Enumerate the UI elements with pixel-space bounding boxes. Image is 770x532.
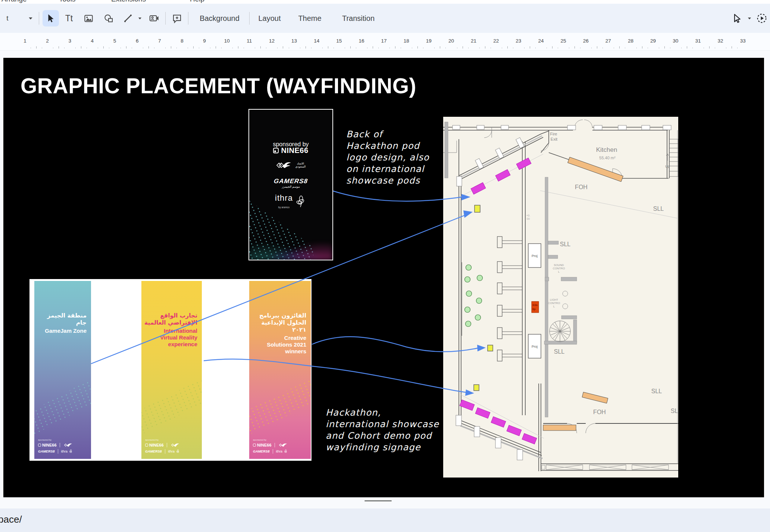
menu-arrange[interactable]: Arrange (1, 0, 27, 3)
ruler-tick (266, 47, 266, 48)
kitchen-label: Kitchen (596, 146, 617, 153)
shape-icon (104, 13, 114, 24)
ruler-tick (238, 46, 238, 48)
ruler-tick (401, 47, 401, 48)
poster-glow (249, 211, 332, 260)
ruler-tick (31, 47, 31, 48)
slide-title[interactable]: GRAPHIC PLACEMENT (WAYFINDING) (21, 73, 416, 98)
dashed-circle-play-icon (756, 13, 767, 24)
insert-line-button[interactable] (120, 4, 136, 33)
ruler-tick (502, 47, 502, 48)
banner1-arabic: منطقة الجيمز جام (37, 312, 87, 326)
horizontal-ruler[interactable]: 1234567891011121314151617181920212223242… (0, 33, 770, 51)
ruler-number: 14 (314, 38, 319, 44)
ruler-number: 9 (203, 38, 206, 44)
ruler-tick (704, 47, 704, 48)
insert-image-button[interactable] (80, 4, 97, 33)
menu-help[interactable]: Help (190, 0, 204, 3)
zoom-caret-icon[interactable] (26, 4, 35, 33)
ruler-tick (59, 46, 59, 48)
ruler-tick (193, 46, 194, 48)
ruler-tick (165, 47, 166, 48)
pointer-mode-button[interactable] (730, 4, 745, 33)
banner3-logos: sponsored by NINE66 GAMERS8 ithra (253, 439, 308, 454)
annotation-wayfinding-signage[interactable]: Hackathon, international showcase and Co… (326, 407, 439, 453)
ruler-tick (636, 47, 637, 48)
line-icon (123, 13, 133, 23)
proj-label-bottom: Proj (532, 345, 538, 348)
ruler-tick (244, 47, 244, 48)
ruler-tick (547, 47, 547, 48)
ruler-tick (648, 47, 648, 48)
kitchen-area-label: 55.40 m² (599, 156, 616, 160)
ruler-number: 17 (381, 38, 387, 44)
banner3-arabic: الفائزون ببرنامج الحلول الإبداعية ٢٠٢١ (252, 312, 306, 334)
ruler-tick (289, 47, 289, 48)
ruler-number: 19 (426, 38, 432, 44)
transition-button[interactable]: Transition (339, 4, 378, 33)
ruler-tick (154, 47, 154, 48)
ruler-tick (681, 47, 682, 48)
ruler-tick (87, 47, 87, 48)
add-comment-button[interactable] (169, 4, 185, 33)
ruler-number: 8 (181, 38, 184, 44)
ruler-tick (445, 47, 446, 48)
ruler-tick (306, 46, 306, 48)
ruler-tick (334, 47, 334, 48)
pointer-caret-icon[interactable] (745, 4, 754, 33)
ruler-tick (42, 47, 42, 48)
ruler-tick (64, 47, 65, 48)
nine66-logo: NINE66 (249, 146, 332, 155)
banner-designs-image[interactable]: منطقة الجيمز جام GameJam Zone sponsored … (29, 279, 312, 461)
gamers8-logo: GAMERS8 (249, 178, 333, 185)
ruler-number: 28 (628, 38, 633, 44)
insert-shape-button[interactable] (100, 4, 117, 33)
ruler-tick (423, 47, 423, 48)
ruler-number: 31 (695, 38, 701, 44)
toolbar-divider (188, 12, 188, 25)
ruler-tick (642, 46, 642, 48)
select-tool-button[interactable] (43, 10, 59, 26)
floorplan-image[interactable]: Proj Proj 63a 3p (443, 117, 678, 478)
notes-resize-handle[interactable] (364, 500, 392, 501)
comment-plus-icon (172, 13, 182, 24)
ruler-tick (535, 47, 536, 48)
ruler-tick (255, 47, 255, 48)
ruler-tick (569, 47, 569, 48)
proj-label-top: Proj (532, 254, 538, 258)
ruler-tick (395, 46, 395, 48)
ruler-number: 32 (718, 38, 723, 44)
ruler-number: 10 (224, 38, 230, 44)
light-control-label-1: LIGHT (550, 298, 558, 301)
ruler-tick (659, 47, 659, 48)
background-button[interactable]: Background (196, 4, 243, 33)
zoom-select[interactable]: t (0, 4, 15, 33)
annotation-back-of-pod[interactable]: Back of Hackathon pod logo design, also … (346, 129, 429, 187)
insert-video-button[interactable] (145, 4, 163, 33)
ruler-number: 29 (650, 38, 656, 44)
saudi-esports-mark-icon (276, 160, 293, 170)
ruler-tick (670, 47, 670, 48)
laser-pointer-icon (732, 13, 742, 24)
ruler-tick (507, 46, 508, 48)
ruler-tick (558, 47, 558, 48)
slide-canvas[interactable]: GRAPHIC PLACEMENT (WAYFINDING) sponsored… (3, 58, 764, 497)
autoplay-button[interactable] (754, 4, 769, 33)
nine66-mini-icon (253, 444, 256, 447)
poster-image[interactable]: sponsored by NINE66 الاتحاد السعودي GAME… (248, 109, 333, 260)
sound-control-label-2: CONTRO (553, 267, 565, 270)
ruler-tick (468, 47, 469, 48)
sll-label-1: SLL (653, 206, 664, 212)
ruler-tick (491, 47, 491, 48)
theme-button[interactable]: Theme (297, 4, 323, 33)
ruler-tick (530, 46, 530, 48)
menu-extensions[interactable]: Extensions (111, 0, 146, 3)
layout-button[interactable]: Layout (256, 4, 283, 33)
line-caret-icon[interactable] (136, 4, 144, 33)
textbox-tool-button[interactable]: Tt (60, 4, 78, 33)
ruler-tick (732, 46, 732, 48)
red-box-label-1: 63a (532, 303, 538, 307)
menu-tools[interactable]: Tools (59, 0, 75, 3)
ruler-tick (216, 46, 216, 48)
menu-bar: Arrange Tools Extensions Help (0, 0, 770, 4)
